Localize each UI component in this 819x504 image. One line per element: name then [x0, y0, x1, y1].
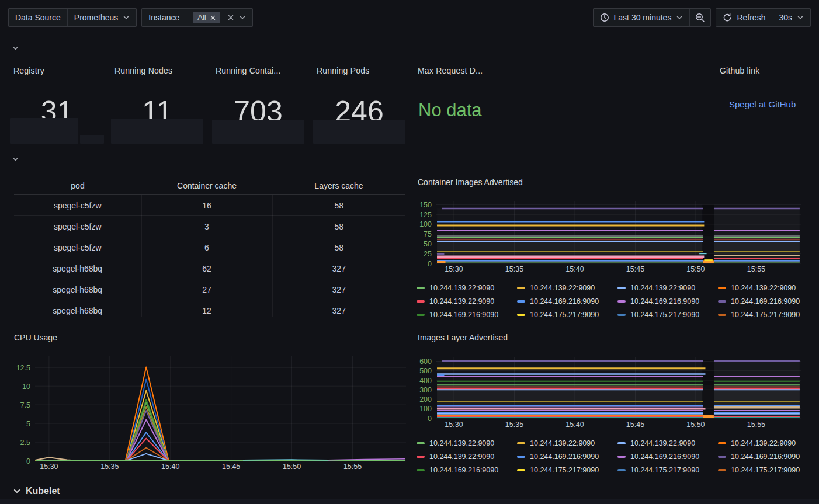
table-row: spegel-h68bq27327 — [14, 279, 405, 300]
legend-item[interactable]: 10.244.175.217:9090 — [617, 308, 718, 321]
y-axis-tick-label: 50 — [424, 240, 432, 248]
legend-item[interactable]: 10.244.139.22:9090 — [617, 281, 718, 294]
legend-item[interactable]: 10.244.169.216:9090 — [517, 450, 617, 463]
legend-swatch-icon — [718, 300, 726, 303]
legend-swatch-icon — [617, 442, 626, 444]
legend-label: 10.244.139.22:9090 — [530, 439, 595, 447]
zoom-out-button[interactable] — [689, 9, 710, 26]
table-column-header[interactable]: Container cache — [141, 176, 272, 195]
legend-item[interactable]: 10.244.139.22:9090 — [417, 281, 517, 294]
stat-panel-running-nodes: Running Nodes 11 — [111, 66, 203, 144]
legend-item[interactable]: 10.244.169.216:9090 — [718, 450, 818, 463]
datasource-select[interactable]: Prometheus — [67, 9, 136, 26]
panel-title[interactable]: Registry — [10, 66, 104, 75]
legend-item[interactable]: 10.244.139.22:9090 — [718, 436, 818, 450]
panel-title[interactable]: Running Nodes — [111, 66, 203, 75]
spegel-github-link[interactable]: Spegel at GitHub — [729, 99, 796, 109]
panel-title[interactable]: Running Contai... — [212, 66, 304, 75]
row-collapse-chevron-icon[interactable] — [12, 43, 22, 53]
legend-label: 10.244.139.22:9090 — [731, 439, 796, 447]
legend-item[interactable]: 10.244.169.216:9090 — [517, 294, 617, 308]
panel-title[interactable]: Running Pods — [313, 66, 405, 75]
legend-label: 10.244.169.216:9090 — [731, 453, 800, 461]
table-cell: 327 — [272, 300, 405, 317]
stat-sparkline — [212, 120, 304, 144]
legend-item[interactable]: 10.244.139.22:9090 — [417, 450, 517, 463]
legend-item[interactable]: 10.244.175.217:9090 — [517, 463, 617, 477]
dashboard-toolbar: Data Source Prometheus Instance All — [0, 0, 819, 36]
legend-item[interactable]: 10.244.139.22:9090 — [617, 436, 718, 450]
legend-label: 10.244.175.217:9090 — [630, 311, 699, 319]
legend-item[interactable]: 10.244.175.217:9090 — [517, 308, 617, 321]
legend-swatch-icon — [617, 469, 626, 471]
legend-label: 10.244.139.22:9090 — [630, 439, 695, 447]
clear-selection-icon[interactable] — [227, 14, 234, 21]
legend-item[interactable]: 10.244.169.216:9090 — [718, 294, 818, 308]
x-axis-tick-label: 15:35 — [505, 265, 523, 273]
stat-sparkline — [10, 118, 78, 144]
legend-item[interactable]: 10.244.175.217:9090 — [617, 463, 718, 477]
legend-label: 10.244.169.216:9090 — [429, 311, 498, 319]
stat-sparkline — [80, 135, 104, 144]
refresh-button[interactable]: Refresh — [716, 9, 772, 26]
time-series-chart-container-images[interactable]: 025507510012515015:3015:3515:4015:4515:5… — [417, 197, 811, 282]
legend-item[interactable]: 10.244.169.216:9090 — [417, 463, 517, 477]
legend-item[interactable]: 10.244.175.217:9090 — [718, 463, 818, 477]
table-cell: spegel-c5fzw — [14, 195, 141, 216]
table-cell: 62 — [141, 258, 272, 279]
chevron-down-icon — [797, 14, 804, 21]
legend-swatch-icon — [417, 469, 425, 471]
legend-item[interactable]: 10.244.139.22:9090 — [718, 281, 818, 294]
table-column-header[interactable]: Layers cache — [272, 176, 405, 195]
chevron-down-icon — [123, 14, 130, 21]
row-header-kubelet[interactable]: Kubelet — [13, 486, 60, 496]
instance-tag-label: All — [197, 13, 206, 22]
panel-title[interactable]: Container Images Advertised — [418, 178, 523, 187]
x-axis-tick-label: 15:30 — [40, 463, 58, 471]
legend-swatch-icon — [718, 314, 726, 316]
x-axis-tick-label: 15:40 — [161, 463, 179, 471]
legend-item[interactable]: 10.244.175.217:9090 — [718, 308, 818, 321]
time-picker: Last 30 minutes — [593, 8, 712, 27]
panel-title[interactable]: CPU Usage — [14, 333, 57, 342]
time-series-chart-cpu-usage[interactable]: 02.557.51012.515:3015:3515:4015:4515:501… — [12, 350, 415, 485]
legend-item[interactable]: 10.244.169.216:9090 — [417, 308, 517, 321]
legend-item[interactable]: 10.244.169.216:9090 — [617, 450, 718, 463]
time-range-button[interactable]: Last 30 minutes — [594, 9, 690, 26]
chart-legend: 10.244.139.22:909010.244.139.22:909010.2… — [417, 436, 819, 477]
legend-item[interactable]: 10.244.139.22:9090 — [517, 281, 617, 294]
refresh-picker: Refresh 30s — [716, 8, 811, 27]
legend-item[interactable]: 10.244.139.22:9090 — [417, 436, 517, 450]
time-series-chart-images-layer[interactable]: 010020030040050060015:3015:3515:4015:451… — [417, 353, 811, 435]
table-cell: 27 — [141, 279, 272, 300]
table-cell: spegel-h68bq — [14, 300, 141, 317]
legend-item[interactable]: 10.244.139.22:9090 — [517, 436, 617, 450]
x-axis-tick-label: 15:30 — [445, 420, 463, 429]
instance-select[interactable]: All — [186, 9, 252, 26]
legend-label: 10.244.175.217:9090 — [530, 466, 599, 474]
row-collapse-chevron-icon — [13, 487, 21, 495]
next-panel-edge — [0, 499, 819, 504]
legend-label: 10.244.169.216:9090 — [429, 466, 498, 474]
legend-item[interactable]: 10.244.169.216:9090 — [617, 294, 718, 308]
clock-icon — [600, 13, 609, 22]
x-axis-tick-label: 15:40 — [565, 420, 584, 429]
datasource-picker: Data Source Prometheus — [8, 8, 137, 27]
y-axis-tick-label: 200 — [419, 395, 432, 404]
panel-title[interactable]: Images Layer Advertised — [418, 333, 508, 342]
table-cell: 327 — [272, 258, 405, 279]
refresh-interval-select[interactable]: 30s — [772, 9, 810, 26]
legend-label: 10.244.169.216:9090 — [630, 297, 699, 305]
table-column-header[interactable]: pod — [14, 176, 141, 195]
y-axis-tick-label: 25 — [424, 250, 432, 258]
y-axis-tick-label: 5 — [26, 420, 30, 428]
panel-title[interactable]: Max Request D... — [417, 66, 604, 75]
remove-tag-icon[interactable] — [210, 15, 216, 20]
legend-swatch-icon — [417, 314, 425, 316]
legend-item[interactable]: 10.244.139.22:9090 — [417, 294, 517, 308]
instance-tag-all[interactable]: All — [193, 12, 220, 23]
panel-github-link: Github link Spegel at GitHub — [720, 66, 813, 136]
row-collapse-chevron-icon[interactable] — [12, 154, 22, 164]
panel-title[interactable]: Github link — [720, 66, 813, 75]
time-range-label: Last 30 minutes — [614, 13, 672, 22]
